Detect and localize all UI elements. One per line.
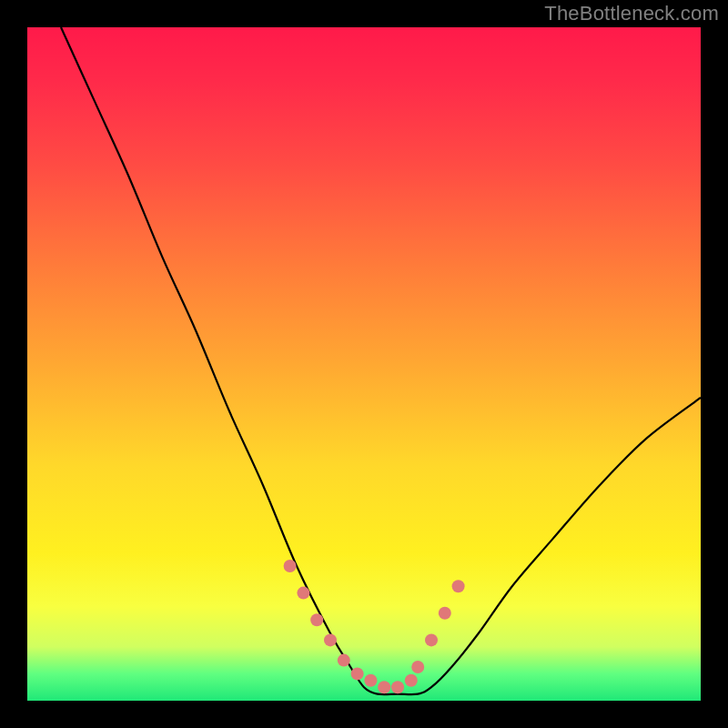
marker-dot xyxy=(425,633,438,646)
marker-dot xyxy=(284,560,297,572)
marker-dot xyxy=(378,681,390,693)
marker-dot xyxy=(439,607,451,620)
marker-dot xyxy=(364,674,377,687)
marker-dot xyxy=(411,661,424,673)
marker-dot xyxy=(391,681,404,693)
marker-dot xyxy=(310,613,323,626)
plot-area xyxy=(27,27,701,701)
marker-dot xyxy=(351,667,364,680)
marker-dot xyxy=(324,633,337,646)
bottleneck-curve xyxy=(61,27,701,694)
curve-svg xyxy=(27,27,701,701)
watermark-text: TheBottleneck.com xyxy=(544,2,719,25)
chart-frame: TheBottleneck.com xyxy=(0,0,728,728)
marker-dot xyxy=(297,587,309,600)
marker-cluster xyxy=(284,560,465,693)
marker-dot xyxy=(405,674,418,687)
marker-dot xyxy=(452,580,465,592)
marker-dot xyxy=(338,654,350,667)
